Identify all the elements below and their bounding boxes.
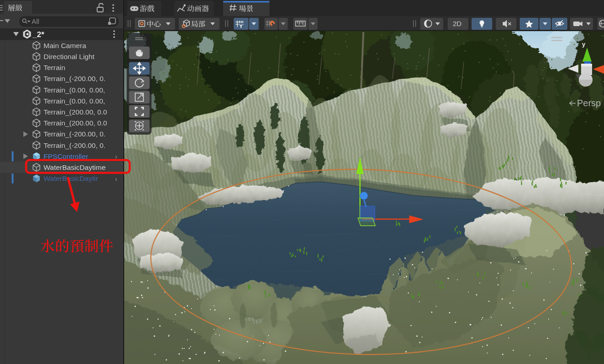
- svg-text:Y: Y: [239, 23, 243, 29]
- svg-text:Terrain: Terrain: [44, 64, 65, 71]
- svg-text:Terrain_(200.00, 0.0: Terrain_(200.00, 0.0: [44, 108, 107, 116]
- svg-text:Main Camera: Main Camera: [44, 42, 86, 49]
- svg-text:_2*: _2*: [32, 30, 44, 39]
- svg-text:›: ›: [115, 152, 117, 160]
- svg-text:Directional Light: Directional Light: [44, 53, 95, 60]
- svg-text:WaterBasicDaytir: WaterBasicDaytir: [44, 174, 98, 182]
- svg-text:Terrain_(-200.00, 0.: Terrain_(-200.00, 0.: [44, 75, 105, 82]
- svg-text:Terrain_(-200.00, 0.: Terrain_(-200.00, 0.: [44, 141, 105, 149]
- svg-text:›: ›: [115, 175, 117, 183]
- svg-text:WaterBasicDaytime: WaterBasicDaytime: [44, 163, 106, 171]
- svg-text:2D: 2D: [453, 20, 461, 27]
- svg-text:Terrain_(-200.00, 0.: Terrain_(-200.00, 0.: [44, 130, 105, 138]
- svg-text:FPSController: FPSController: [44, 152, 88, 160]
- svg-text:Terrain_(200.00, 0.0: Terrain_(200.00, 0.0: [44, 119, 107, 127]
- svg-text:Terrain_(0.00, 0.00,: Terrain_(0.00, 0.00,: [44, 97, 105, 105]
- svg-text:All: All: [32, 17, 39, 25]
- svg-text:Terrain_(0.00, 0.00,: Terrain_(0.00, 0.00,: [44, 86, 105, 94]
